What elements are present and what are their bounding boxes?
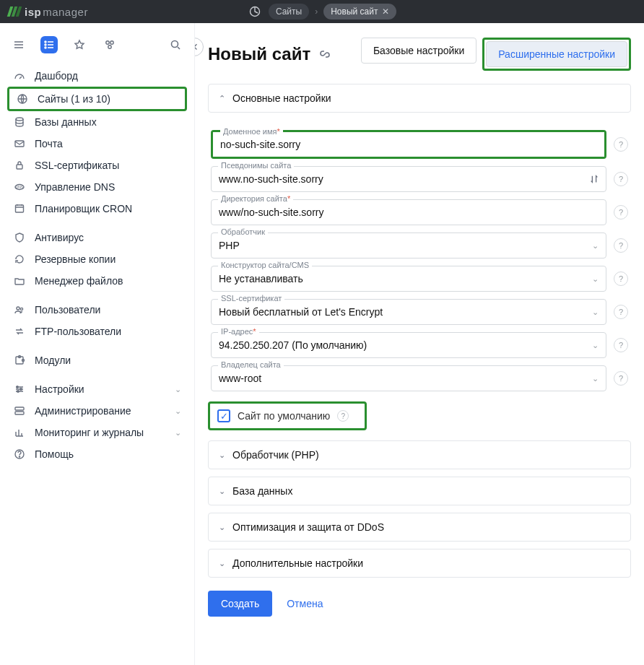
breadcrumb-sep: › [315,6,318,17]
sidebar-item-label: Дашборд [35,70,78,82]
sidebar-item-files[interactable]: Менеджер файлов [7,270,187,292]
sidebar-item-modules[interactable]: Модули [7,349,187,371]
menu-icon[interactable] [10,36,27,53]
sidebar-tools [7,32,187,65]
select-handler[interactable]: PHP⌄ [211,232,606,258]
sidebar: Дашборд Сайты (1 из 10) Базы данных Почт… [0,23,195,665]
sidebar-item-backups[interactable]: Резервные копии [7,248,187,270]
sidebar-item-users[interactable]: Пользователи [7,299,187,321]
svg-rect-11 [17,165,22,169]
users-icon [13,303,26,316]
list-view-icon[interactable] [40,36,58,53]
cancel-button[interactable]: Отмена [287,598,323,609]
brand-prefix: isp [25,6,41,18]
sidebar-item-label: Планировщик CRON [35,203,132,214]
svg-point-20 [17,386,18,388]
panel-database: ⌄ База данных [208,477,631,505]
sidebar-item-databases[interactable]: Базы данных [7,111,187,133]
sidebar-item-label: Модули [35,355,71,366]
stats-icon[interactable] [247,4,263,19]
select-owner[interactable]: www-root⌄ [211,365,606,391]
help-ssl[interactable]: ? [614,305,628,319]
chevron-down-icon: ⌄ [219,559,225,568]
breadcrumb-newsite[interactable]: Новый сайт ✕ [323,4,396,19]
link-icon[interactable] [319,48,331,60]
tab-advanced-settings[interactable]: Расширенные настройки [486,41,627,67]
help-cms[interactable]: ? [614,271,628,286]
breadcrumb-sites[interactable]: Сайты [269,4,309,19]
panel-handler: ⌄ Обработчик (PHP) [208,440,631,469]
svg-point-6 [108,45,111,48]
sidebar-item-label: Управление DNS [35,181,115,193]
close-panel-button[interactable]: ✕ [195,38,204,56]
panel-head-add[interactable]: ⌄ Дополнительные настройки [209,549,630,577]
search-icon[interactable] [167,36,184,53]
topbar: ispmanager Сайты › Новый сайт ✕ [0,0,644,23]
sidebar-item-admin[interactable]: Администрирование ⌄ [7,400,187,422]
help-aliases[interactable]: ? [614,172,628,186]
svg-point-15 [17,307,19,310]
field-owner: Владелец сайта www-root⌄ [211,365,606,391]
checkbox-default-site-row[interactable]: ✓ Сайт по умолчанию ? [217,409,349,422]
sidebar-item-dns[interactable]: DNS Управление DNS [7,176,187,198]
panel-head-main[interactable]: ⌃ Основные настройки [209,84,630,112]
svg-point-16 [20,308,22,310]
svg-rect-10 [15,141,24,147]
label-directory: Директория сайта* [218,194,293,203]
brand-bars-icon [9,6,20,17]
sidebar-item-help[interactable]: Помощь [7,443,187,465]
sidebar-item-dashboard[interactable]: Дашборд [7,65,187,87]
star-icon[interactable] [71,36,88,53]
sidebar-item-mail[interactable]: Почта [7,133,187,155]
field-ip: IP-адрес* 94.250.250.207 (По умолчанию)⌄ [211,332,606,358]
svg-rect-24 [15,412,24,414]
select-ip[interactable]: 94.250.250.207 (По умолчанию)⌄ [211,332,606,358]
apps-icon[interactable] [101,36,118,53]
create-button[interactable]: Создать [208,591,272,617]
sidebar-item-label: Помощь [35,448,74,460]
input-aliases[interactable] [211,166,606,192]
help-owner[interactable]: ? [614,371,628,386]
sidebar-item-label: Мониторинг и журналы [35,427,144,438]
sidebar-item-cron[interactable]: Планировщик CRON [7,198,187,220]
chevron-down-icon: ⌄ [219,523,225,532]
select-cms[interactable]: Не устанавливать⌄ [211,266,606,292]
svg-point-21 [20,388,22,390]
mail-icon [13,137,26,150]
sidebar-item-ftp[interactable]: FTP-пользователи [7,321,187,342]
help-default-site[interactable]: ? [337,410,349,422]
sidebar-item-label: Пользователи [35,304,100,316]
input-domain[interactable] [213,132,604,157]
panel-head-handler[interactable]: ⌄ Обработчик (PHP) [209,441,630,469]
panel-title: Дополнительные настройки [232,557,363,569]
svg-point-26 [19,456,19,457]
help-handler[interactable]: ? [614,238,628,253]
sidebar-item-ssl[interactable]: SSL-сертификаты [7,155,187,176]
reorder-icon[interactable] [589,174,599,184]
sidebar-item-sites[interactable]: Сайты (1 из 10) [10,90,184,108]
panel-title: База данных [232,485,292,497]
label-handler: Обработчик [218,227,268,236]
label-owner: Владелец сайта [218,360,284,369]
tab-basic-settings[interactable]: Базовые настройки [361,38,477,64]
chevron-up-icon: ⌃ [219,94,225,103]
panel-head-opt[interactable]: ⌄ Оптимизация и защита от DDoS [209,513,630,541]
help-directory[interactable]: ? [614,205,628,220]
select-ssl[interactable]: Новый бесплатный от Let's Encrypt⌄ [211,299,606,325]
help-domain[interactable]: ? [614,137,628,152]
svg-point-1 [45,41,46,43]
help-ip[interactable]: ? [614,338,628,352]
chevron-down-icon: ⌄ [592,241,599,251]
input-directory[interactable] [211,199,606,225]
sidebar-item-settings[interactable]: Настройки ⌄ [7,378,187,400]
sidebar-item-label: Резервные копии [35,253,116,265]
close-icon[interactable]: ✕ [382,6,389,17]
sidebar-item-monitoring[interactable]: Мониторинг и журналы ⌄ [7,422,187,443]
panel-head-db[interactable]: ⌄ База данных [209,477,630,505]
chevron-down-icon: ⌄ [175,385,181,394]
sidebar-item-label: FTP-пользователи [35,326,121,337]
sidebar-item-antivirus[interactable]: Антивирус [7,227,187,248]
sidebar-item-label: Менеджер файлов [35,275,123,287]
puzzle-icon [13,354,26,367]
checkbox-default-site[interactable]: ✓ [217,409,230,422]
